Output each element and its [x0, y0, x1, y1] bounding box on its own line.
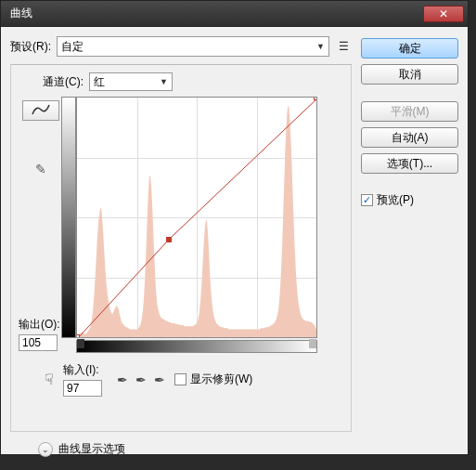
window-title: 曲线: [10, 6, 423, 21]
channel-select[interactable]: 红 ▼: [89, 72, 173, 91]
channel-value: 红: [94, 74, 105, 90]
smooth-button: 平滑(M): [361, 101, 458, 122]
show-clipping-checkbox[interactable]: [174, 373, 187, 385]
eyedropper-gray-icon[interactable]: ✒: [135, 372, 147, 387]
curve-tool-button[interactable]: [22, 100, 59, 121]
preset-select[interactable]: 自定 ▼: [57, 36, 329, 57]
preset-label: 预设(R):: [10, 39, 51, 55]
curve-point-mid[interactable]: [166, 237, 172, 242]
preset-value: 自定: [61, 39, 84, 55]
disclosure-label: 曲线显示选项: [58, 441, 125, 457]
close-icon: ✕: [439, 7, 448, 20]
input-gradient[interactable]: [76, 340, 317, 353]
curves-graph[interactable]: [76, 97, 317, 338]
ok-button[interactable]: 确定: [361, 38, 458, 59]
output-gradient: [61, 97, 76, 338]
cancel-button[interactable]: 取消: [361, 64, 458, 85]
white-point-slider[interactable]: [309, 339, 316, 348]
chevron-down-icon: ▼: [316, 42, 325, 51]
disclosure-toggle[interactable]: ⌄: [38, 442, 53, 457]
titlebar[interactable]: 曲线 ✕: [1, 1, 468, 27]
target-adjust-icon[interactable]: ☟: [45, 371, 54, 388]
close-button[interactable]: ✕: [423, 6, 464, 22]
chevron-down-icon: ▼: [160, 77, 168, 86]
curve-icon: [32, 103, 50, 119]
auto-button[interactable]: 自动(A): [361, 127, 458, 148]
pencil-icon[interactable]: ✎: [35, 162, 46, 176]
output-label: 输出(O):: [19, 317, 60, 333]
input-label: 输入(I):: [63, 362, 102, 378]
preview-label: 预览(P): [377, 192, 414, 208]
eyedropper-white-icon[interactable]: ✒: [154, 372, 165, 387]
channel-label: 通道(C):: [43, 74, 84, 90]
input-field[interactable]: [63, 380, 102, 397]
curve-point-highlight[interactable]: [314, 97, 317, 100]
curve-line: [77, 98, 317, 338]
show-clipping-label: 显示修剪(W): [190, 372, 252, 387]
options-button[interactable]: 选项(T)...: [361, 153, 458, 174]
curve-point-shadow[interactable]: [76, 334, 80, 338]
black-point-slider[interactable]: [77, 339, 84, 348]
eyedropper-black-icon[interactable]: ✒: [117, 372, 128, 387]
curves-dialog: 曲线 ✕ 预设(R): 自定 ▼ ☰ 通道(C): 红: [0, 0, 469, 455]
preset-menu-icon[interactable]: ☰: [335, 38, 352, 55]
preview-checkbox[interactable]: [361, 194, 373, 206]
output-field[interactable]: [19, 334, 58, 351]
